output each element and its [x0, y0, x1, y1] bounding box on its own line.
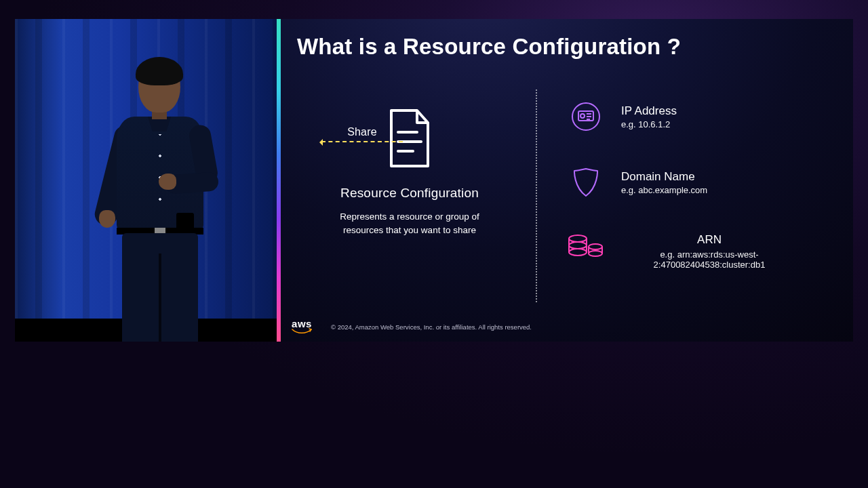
- share-label: Share: [347, 126, 377, 138]
- left-column: Share Resource Configuration: [294, 84, 525, 237]
- share-arrow-group: Share: [308, 126, 416, 142]
- copyright-text: © 2024, Amazon Web Services, Inc. or its…: [331, 323, 532, 331]
- resource-config-heading: Resource Configuration: [340, 186, 479, 201]
- svg-point-10: [569, 242, 587, 249]
- database-icon: [566, 235, 606, 262]
- camera-feed: [15, 19, 277, 342]
- dashed-arrow-icon: [321, 141, 403, 142]
- svg-point-11: [569, 249, 587, 256]
- svg-point-9: [569, 235, 587, 242]
- item-domain-name: Domain Name e.g. abc.example.com: [566, 167, 845, 198]
- item-ip-address: IP Address e.g. 10.6.1.2: [566, 102, 845, 131]
- item-example: e.g. arn:aws:rds:us-west-2:470082404538:…: [621, 249, 797, 270]
- svg-point-13: [589, 251, 602, 256]
- item-arn: ARN e.g. arn:aws:rds:us-west-2:470082404…: [566, 233, 845, 270]
- item-example: e.g. abc.example.com: [621, 185, 707, 195]
- svg-point-5: [580, 114, 585, 118]
- ip-address-icon: [566, 102, 606, 131]
- right-column: IP Address e.g. 10.6.1.2 Domain Name e.g…: [566, 84, 845, 270]
- shield-icon: [566, 167, 606, 198]
- vertical-divider: [536, 89, 537, 302]
- aws-logo-text: aws: [292, 319, 312, 329]
- slide-title: What is a Resource Configuration ?: [297, 34, 838, 60]
- svg-point-3: [572, 103, 599, 130]
- slide-content: Share Resource Configuration: [281, 84, 853, 314]
- resource-config-subtext: Represents a resource or group of resour…: [332, 210, 488, 237]
- item-title: IP Address: [621, 104, 677, 118]
- aws-smile-icon: [292, 328, 312, 335]
- slide-footer: aws © 2024, Amazon Web Services, Inc. or…: [292, 319, 842, 335]
- slide: What is a Resource Configuration ? Share: [281, 19, 853, 342]
- item-title: ARN: [697, 233, 722, 247]
- presenter-figure: [96, 60, 225, 342]
- aws-logo: aws: [292, 319, 312, 335]
- stage: What is a Resource Configuration ? Share: [15, 19, 853, 342]
- svg-point-12: [589, 244, 602, 249]
- item-example: e.g. 10.6.1.2: [621, 119, 677, 129]
- item-title: Domain Name: [621, 170, 707, 184]
